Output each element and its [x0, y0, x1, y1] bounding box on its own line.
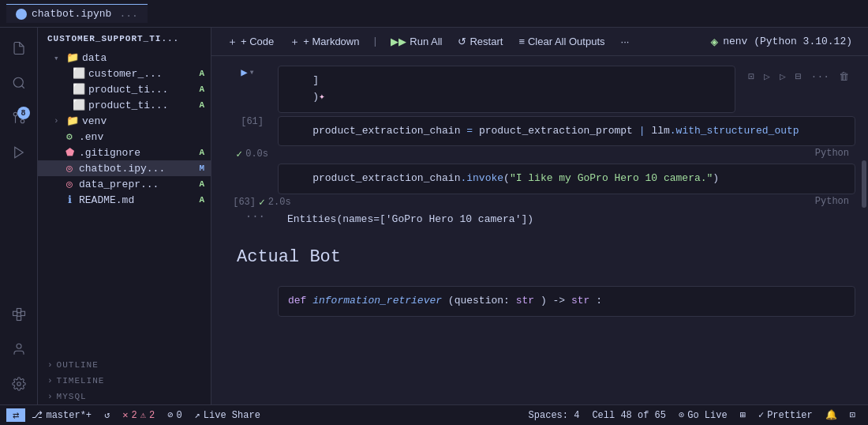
- tab-suffix: ...: [119, 8, 137, 20]
- sidebar-item-data-prep[interactable]: ◎ data_prepr... A: [38, 176, 211, 192]
- status-go-live[interactable]: ⊙ Go Live: [672, 409, 734, 421]
- svg-rect-9: [17, 316, 21, 320]
- cell-63: product_extraction_chain.invoke("I like …: [224, 164, 855, 228]
- restart-button[interactable]: ↺ Restart: [451, 33, 509, 50]
- status-remote-icon[interactable]: ⇄: [6, 408, 25, 422]
- tab-group: chatbot.ipynb ...: [6, 4, 148, 23]
- extensions-icon: ⊞: [740, 409, 746, 421]
- mysql-label: MYSQL: [57, 392, 87, 401]
- type-str-return: str: [571, 295, 589, 307]
- sidebar-item-label: .env: [79, 131, 103, 143]
- activity-files-icon[interactable]: [5, 34, 33, 62]
- code-text: product_extraction_chain = product_extra…: [288, 125, 799, 137]
- activity-settings-icon[interactable]: [5, 370, 33, 398]
- sidebar-item-product-ti-2[interactable]: ⬜ product_ti... A: [38, 97, 211, 113]
- env-icon: ⚙: [63, 130, 76, 143]
- prettier-check-icon: ✓: [758, 409, 764, 421]
- sidebar-mysql-section[interactable]: › MYSQL: [38, 389, 211, 404]
- sparkle-icon: ✦: [319, 91, 325, 103]
- go-live-icon: ⊙: [679, 409, 684, 421]
- svg-point-11: [17, 382, 21, 386]
- status-layout[interactable]: ⊡: [844, 409, 862, 421]
- sidebar-outline-section[interactable]: › OUTLINE: [38, 357, 211, 373]
- activity-search-icon[interactable]: [5, 69, 33, 97]
- activity-run-icon[interactable]: [5, 138, 33, 167]
- sidebar-item-product-ti-1[interactable]: ⬜ product_ti... A: [38, 81, 211, 97]
- cell-1: ▶ ▾ ] )✦ ⊡: [224, 66, 855, 113]
- sidebar-item-data-folder[interactable]: ▾ 📁 data: [38, 50, 211, 66]
- status-spaces[interactable]: Spaces: 4: [522, 410, 586, 421]
- check-icon: ✓: [236, 148, 242, 160]
- status-debug[interactable]: ⊘ 0: [161, 409, 188, 421]
- code-text: ): [288, 91, 319, 103]
- status-errors[interactable]: ✕ 2 ⚠ 2: [116, 409, 161, 421]
- plus-icon: ＋: [227, 35, 238, 49]
- sidebar-item-label: chatbot.ipy...: [79, 163, 165, 175]
- cell-delete-btn[interactable]: 🗑: [836, 70, 852, 85]
- sidebar-item-env[interactable]: ⚙ .env: [38, 129, 211, 145]
- sidebar-timeline-section[interactable]: › TIMELINE: [38, 373, 211, 389]
- cell-run-area: product_extraction_chain.invoke("I like …: [224, 164, 855, 194]
- cell-split-btn[interactable]: ⊟: [792, 69, 805, 85]
- cell-gutter: [61]: [224, 116, 271, 127]
- add-code-button[interactable]: ＋ + Code: [221, 32, 280, 51]
- cell-number: [61]: [232, 116, 264, 127]
- sidebar-item-label: .gitignore: [79, 147, 140, 159]
- error-icon: ✕: [122, 409, 128, 421]
- prettier-label: Prettier: [767, 410, 813, 421]
- badge-a: A: [199, 195, 204, 205]
- cell-5: def information_retriever (question: str…: [224, 286, 855, 317]
- cell-code: def information_retriever (question: str…: [279, 287, 855, 316]
- add-markdown-button[interactable]: ＋ + Markdown: [283, 32, 365, 51]
- code-arrow: ) ->: [541, 295, 571, 307]
- run-all-button[interactable]: ▶▶ Run All: [384, 33, 448, 50]
- badge-a: A: [199, 179, 204, 189]
- git-branch-label: master*+: [46, 410, 92, 421]
- cell-more-btn[interactable]: ···: [808, 70, 832, 85]
- status-bell[interactable]: 🔔: [819, 409, 844, 421]
- scrollbar[interactable]: [862, 160, 866, 208]
- notebook-icon: [16, 9, 27, 20]
- run-button[interactable]: ▶: [241, 66, 247, 79]
- main-layout: 8 CUSTOMER_SUPPORT_TI... ▾ 📁 data ⬜ cust…: [0, 28, 868, 404]
- kernel-selector[interactable]: ◈ nenv (Python 3.10.12): [705, 32, 859, 52]
- type-str: str: [516, 295, 534, 307]
- code-line-2: )✦: [288, 89, 725, 106]
- status-extensions[interactable]: ⊞: [734, 409, 752, 421]
- status-git-branch[interactable]: ⎇ master*+: [25, 409, 98, 421]
- code-text: ]: [288, 74, 319, 86]
- chevron-down-icon: ▾: [54, 53, 63, 63]
- sidebar-item-readme[interactable]: ℹ README.md A: [38, 192, 211, 208]
- cell-run-area: [61] product_extraction_chain = product_…: [224, 116, 855, 147]
- sidebar-item-customer-csv[interactable]: ⬜ customer_... A: [38, 66, 211, 81]
- cell-run-above-btn[interactable]: ▷: [761, 69, 773, 85]
- status-live-share[interactable]: ↗ Live Share: [189, 409, 267, 421]
- output-gutter: ✓ 0.0s: [224, 148, 271, 160]
- sidebar-item-venv[interactable]: › 📁 venv: [38, 113, 211, 129]
- activity-account-icon[interactable]: [5, 335, 33, 363]
- status-sync[interactable]: ↺: [98, 409, 116, 421]
- activity-extensions-icon[interactable]: [5, 300, 33, 329]
- sidebar-item-label: README.md: [79, 194, 134, 206]
- cell-gutter: ▶ ▾: [224, 66, 271, 79]
- cell-edit-btn[interactable]: ⊡: [745, 69, 758, 85]
- error-count: 2: [132, 410, 137, 421]
- remote-icon: ⇄: [13, 408, 19, 422]
- output-gutter: [63] ✓ 2.0s: [224, 196, 294, 209]
- function-name: information_retriever: [312, 295, 442, 307]
- tab-chatbot-ipynb[interactable]: chatbot.ipynb ...: [6, 4, 148, 23]
- cell-number-63: [63]: [224, 197, 256, 208]
- status-prettier[interactable]: ✓ Prettier: [752, 409, 819, 421]
- sidebar-root-label: CUSTOMER_SUPPORT_TI...: [38, 28, 211, 50]
- sidebar-item-chatbot[interactable]: ◎ chatbot.ipy... M: [38, 160, 211, 176]
- more-actions-button[interactable]: ···: [615, 33, 636, 50]
- run-chevron[interactable]: ▾: [249, 66, 255, 78]
- sidebar-item-gitignore[interactable]: ⬟ .gitignore A: [38, 145, 211, 160]
- cell-run-below-btn[interactable]: ▷: [776, 69, 789, 85]
- sidebar: CUSTOMER_SUPPORT_TI... ▾ 📁 data ⬜ custom…: [38, 28, 211, 404]
- activity-source-control-icon[interactable]: 8: [5, 103, 33, 132]
- clear-all-outputs-button[interactable]: ≡ Clear All Outputs: [512, 33, 611, 50]
- folder-icon: 📁: [66, 51, 79, 64]
- status-cell-info[interactable]: Cell 48 of 65: [586, 410, 672, 421]
- run-all-icon: ▶▶: [391, 36, 406, 47]
